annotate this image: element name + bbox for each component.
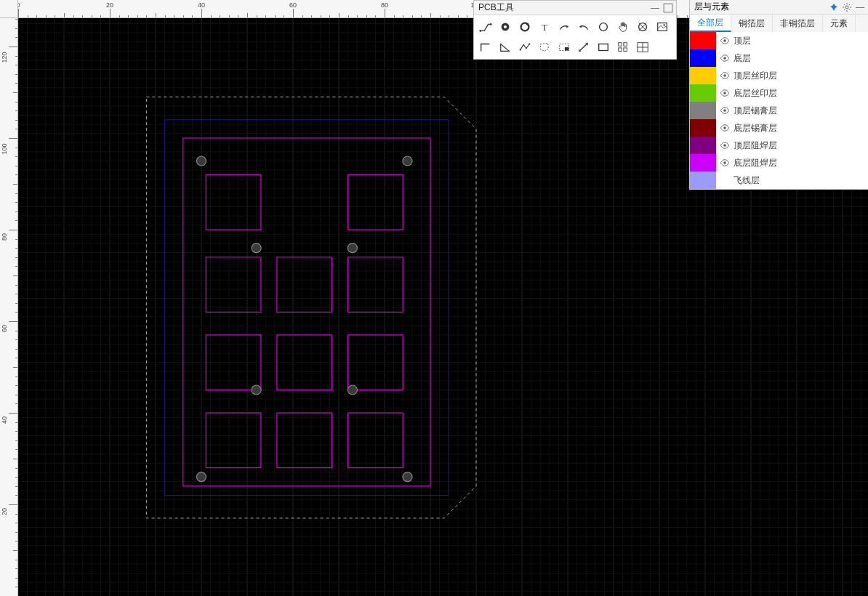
layer-row[interactable]: 顶层 [690,32,868,49]
svg-rect-183 [664,4,672,12]
layer-color-swatch[interactable] [690,32,716,49]
tool-pan[interactable] [613,17,632,37]
layer-color-swatch[interactable] [690,137,716,154]
svg-point-191 [599,23,607,31]
svg-rect-205 [618,48,622,52]
svg-line-201 [579,44,587,52]
svg-point-189 [526,23,529,26]
tab-all-layers[interactable]: 全部层 [690,15,731,32]
layer-color-swatch[interactable] [690,172,716,189]
layer-name: 飞线层 [734,174,868,187]
svg-point-226 [723,161,726,164]
tool-measure[interactable] [632,17,652,37]
tool-polyline[interactable] [515,37,534,57]
layer-name: 底层丝印层 [734,87,868,100]
visibility-eye-icon[interactable] [716,88,734,98]
layer-row[interactable]: 飞线层 [690,172,868,189]
visibility-eye-icon[interactable] [716,71,734,81]
svg-rect-206 [623,48,627,52]
svg-point-179 [252,385,261,395]
pcb-tools-panel[interactable]: PCB工具 — T [473,0,677,60]
visibility-eye-icon[interactable] [716,140,734,150]
visibility-eye-icon[interactable] [716,36,734,46]
tool-circle[interactable] [593,17,613,37]
svg-point-177 [252,243,261,253]
pin-icon[interactable] [829,2,839,12]
layers-panel[interactable]: 层与元素 — 全部层 铜箔层 非铜箔层 元素 顶层底层顶层丝印层底层丝印层顶层锡… [689,0,868,190]
tab-elements[interactable]: 元素 [823,15,856,32]
layer-row[interactable]: 顶层丝印层 [690,67,868,84]
layer-color-swatch[interactable] [690,84,716,102]
svg-point-197 [519,49,521,51]
layer-name: 底层锡膏层 [734,122,868,134]
tool-region[interactable] [534,37,554,57]
svg-point-176 [403,156,412,166]
layer-name: 底层阻焊层 [734,157,868,169]
svg-point-225 [723,144,726,147]
svg-point-198 [529,43,530,44]
tool-line[interactable] [475,37,495,57]
tool-text[interactable]: T [534,17,554,37]
layer-name: 顶层丝印层 [734,70,868,82]
tool-pad[interactable] [515,17,534,37]
svg-point-224 [723,126,726,129]
svg-rect-202 [598,44,608,51]
svg-rect-166 [206,257,261,313]
tool-arc-ccw[interactable] [574,17,593,37]
tool-via[interactable] [495,17,515,37]
tool-arc-cw[interactable] [554,17,574,37]
layer-row[interactable]: 顶层阻焊层 [690,137,868,154]
visibility-eye-icon[interactable] [716,123,734,133]
tool-route-track[interactable] [475,17,495,37]
layer-color-swatch[interactable] [690,154,716,172]
svg-point-223 [723,109,726,112]
svg-point-187 [503,25,506,28]
visibility-eye-icon[interactable] [716,105,734,116]
layer-row[interactable]: 底层丝印层 [690,84,868,102]
svg-point-219 [723,39,726,42]
svg-rect-173 [277,413,332,468]
layer-name: 顶层阻焊层 [734,140,868,152]
svg-point-220 [723,57,726,60]
panel-header[interactable]: PCB工具 — [474,1,676,15]
tool-rect-region[interactable] [554,37,574,57]
dock-icon[interactable] [663,3,673,13]
layer-color-swatch[interactable] [690,102,716,119]
svg-rect-164 [206,174,261,230]
svg-rect-204 [623,43,627,47]
layer-color-swatch[interactable] [690,119,716,137]
panel-header[interactable]: 层与元素 — [690,0,868,15]
tool-array[interactable] [613,37,632,57]
svg-line-217 [849,4,850,5]
svg-point-210 [845,6,848,9]
minimize-icon[interactable]: — [650,3,660,13]
tab-copper-layers[interactable]: 铜箔层 [731,15,773,32]
layer-color-swatch[interactable] [690,49,716,67]
ruler-corner [0,0,18,18]
panel-title: PCB工具 [478,1,650,14]
svg-point-221 [723,74,726,77]
tool-rect[interactable] [593,37,613,57]
minimize-icon[interactable]: — [855,2,865,12]
layer-color-swatch[interactable] [690,67,716,84]
svg-line-218 [844,9,845,9]
layer-row[interactable]: 底层阻焊层 [690,154,868,172]
tool-angle[interactable] [495,37,515,57]
layer-row[interactable]: 顶层锡膏层 [690,102,868,119]
tab-noncopper-layers[interactable]: 非铜箔层 [773,15,823,32]
layer-name: 顶层锡膏层 [734,105,868,117]
layer-row[interactable]: 底层锡膏层 [690,119,868,137]
tool-dimension[interactable] [574,37,593,57]
tool-image[interactable] [652,17,672,37]
tool-align[interactable] [632,37,652,57]
svg-line-215 [844,4,845,5]
visibility-eye-icon[interactable] [716,158,734,168]
svg-point-175 [197,156,206,166]
gear-icon[interactable] [842,2,852,12]
visibility-eye-icon[interactable] [716,53,734,63]
svg-rect-200 [564,47,568,51]
svg-point-185 [489,23,491,25]
layer-tabs: 全部层 铜箔层 非铜箔层 元素 [690,15,868,32]
layer-row[interactable]: 底层 [690,49,868,67]
svg-point-222 [723,92,726,94]
